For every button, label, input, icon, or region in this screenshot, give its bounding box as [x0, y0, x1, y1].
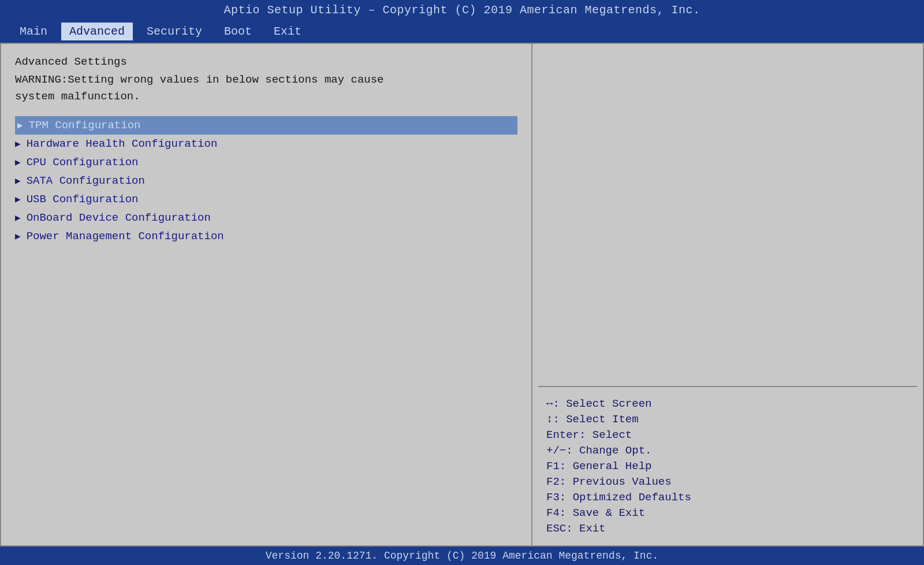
menu-item-security[interactable]: Security — [139, 23, 210, 40]
menu-entry-hardware-health[interactable]: ▶ Hardware Health Configuration — [15, 135, 517, 153]
menu-entry-power[interactable]: ▶ Power Management Configuration — [15, 227, 517, 246]
key-arrows-ud: ↕: — [546, 413, 560, 426]
key-help-f4: F4: Save & Exit — [546, 507, 909, 519]
arrow-icon-sata: ▶ — [15, 175, 21, 187]
menu-entry-label-cpu: CPU Configuration — [27, 156, 139, 169]
title-bar: Aptio Setup Utility – Copyright (C) 2019… — [0, 0, 924, 20]
arrow-icon-hardware-health: ▶ — [15, 138, 21, 150]
menu-item-exit[interactable]: Exit — [266, 23, 310, 40]
key-help-f1: F1: General Help — [546, 460, 909, 473]
menu-item-main[interactable]: Main — [12, 23, 55, 40]
menu-bar: Main Advanced Security Boot Exit — [0, 20, 924, 43]
key-f3-label: Optimized Defaults — [573, 491, 691, 504]
key-f4-label: Save & Exit — [573, 507, 645, 519]
key-f4: F4: — [546, 507, 566, 519]
menu-entry-tpm[interactable]: ▶ TPM Configuration — [15, 116, 517, 135]
key-f1: F1: — [546, 460, 566, 473]
menu-entry-label-tpm: TPM Configuration — [29, 119, 141, 132]
key-help-change-opt: +/−: Change Opt. — [546, 444, 909, 457]
main-content: Advanced Settings WARNING:Setting wrong … — [0, 43, 924, 547]
key-f3: F3: — [546, 491, 566, 504]
arrow-icon-tpm: ▶ — [17, 120, 23, 131]
menu-entry-cpu[interactable]: ▶ CPU Configuration — [15, 153, 517, 172]
warning-text: WARNING:Setting wrong values in below se… — [15, 72, 517, 105]
section-title: Advanced Settings — [15, 55, 517, 68]
menu-item-boot[interactable]: Boot — [216, 23, 260, 40]
key-select-screen-label: Select Screen — [566, 397, 651, 410]
key-f2: F2: — [546, 475, 566, 488]
key-enter-label: Select — [593, 429, 632, 441]
key-help-f3: F3: Optimized Defaults — [546, 491, 909, 504]
menu-entry-label-sata: SATA Configuration — [27, 174, 145, 187]
key-plus-minus: +/−: — [546, 444, 573, 457]
menu-entry-label-onboard: OnBoard Device Configuration — [27, 211, 211, 224]
key-help-select-item: ↕: Select Item — [546, 413, 909, 426]
key-f1-label: General Help — [573, 460, 652, 473]
arrow-icon-cpu: ▶ — [15, 157, 21, 168]
menu-entry-sata[interactable]: ▶ SATA Configuration — [15, 172, 517, 190]
key-help-enter: Enter: Select — [546, 429, 909, 441]
footer: Version 2.20.1271. Copyright (C) 2019 Am… — [0, 547, 924, 565]
right-top-area — [532, 44, 923, 386]
key-help-section: ↔: Select Screen ↕: Select Item Enter: S… — [532, 387, 923, 545]
menu-entry-onboard[interactable]: ▶ OnBoard Device Configuration — [15, 209, 517, 227]
arrow-icon-usb: ▶ — [15, 194, 21, 205]
key-help-esc: ESC: Exit — [546, 522, 909, 535]
key-help-f2: F2: Previous Values — [546, 475, 909, 488]
left-panel: Advanced Settings WARNING:Setting wrong … — [1, 44, 532, 545]
menu-entry-usb[interactable]: ▶ USB Configuration — [15, 190, 517, 209]
key-f2-label: Previous Values — [573, 475, 672, 488]
arrow-icon-onboard: ▶ — [15, 212, 21, 224]
menu-item-advanced[interactable]: Advanced — [61, 23, 133, 40]
key-select-item-label: Select Item — [566, 413, 638, 426]
key-help-select-screen: ↔: Select Screen — [546, 397, 909, 410]
key-enter: Enter: — [546, 429, 586, 441]
key-change-opt-label: Change Opt. — [579, 444, 651, 457]
right-panel: ↔: Select Screen ↕: Select Item Enter: S… — [532, 44, 923, 545]
key-arrows-lr: ↔: — [546, 397, 560, 410]
menu-entry-label-usb: USB Configuration — [27, 193, 139, 206]
key-esc: ESC: — [546, 522, 573, 535]
arrow-icon-power: ▶ — [15, 231, 21, 242]
menu-entry-label-power: Power Management Configuration — [27, 230, 224, 243]
menu-entry-label-hardware-health: Hardware Health Configuration — [27, 137, 218, 150]
key-esc-label: Exit — [579, 522, 606, 535]
